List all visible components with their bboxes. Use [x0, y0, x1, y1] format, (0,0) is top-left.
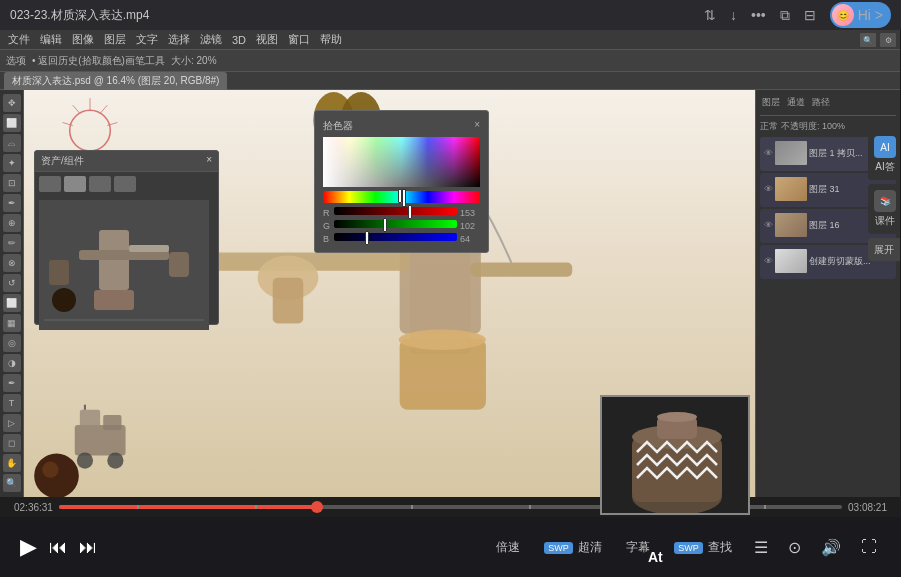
tool-pen[interactable]: ✒: [3, 374, 21, 392]
menu-edit[interactable]: 编辑: [40, 32, 62, 47]
progress-bar-area: 02:36:31 03:08:21: [0, 497, 901, 517]
layer-name-2: 图层 31: [809, 183, 840, 196]
tool-brush[interactable]: ✏: [3, 234, 21, 252]
color-gradient[interactable]: [323, 137, 480, 187]
tool-gradient[interactable]: ▦: [3, 314, 21, 332]
hd-btn[interactable]: SWP 超清: [538, 535, 608, 560]
share-icon[interactable]: ⇅: [704, 7, 716, 23]
hd-label: 超清: [578, 540, 602, 554]
tool-eraser[interactable]: ⬜: [3, 294, 21, 312]
controls-bar: ▶ ⏮ ⏭ 倍速 SWP 超清 字幕 SWP 查找 At ☰ ⊙ 🔊 ⛶: [0, 517, 901, 577]
prev-btn[interactable]: ⏮: [49, 537, 67, 558]
svg-rect-33: [94, 290, 134, 310]
red-slider[interactable]: [334, 207, 457, 215]
search-btn[interactable]: 🔍: [860, 33, 876, 47]
volume-icon-btn[interactable]: 🔊: [817, 534, 845, 561]
channels-tab[interactable]: 通道: [785, 94, 807, 111]
svg-rect-37: [169, 252, 189, 277]
tool-marquee[interactable]: ⬜: [3, 114, 21, 132]
tool-heal[interactable]: ⊕: [3, 214, 21, 232]
tool-zoom[interactable]: 🔍: [3, 474, 21, 492]
ai-btn[interactable]: AI AI答: [868, 130, 900, 180]
layer-name-4: 创建剪切蒙版...: [809, 255, 871, 268]
tool-shape[interactable]: ◻: [3, 434, 21, 452]
svg-point-46: [657, 412, 697, 422]
svg-rect-39: [49, 260, 69, 285]
chapter-marker-4: [529, 505, 531, 509]
tool-lasso[interactable]: ⌓: [3, 134, 21, 152]
danmaku-icon-btn[interactable]: ⊙: [784, 534, 805, 561]
fullscreen-icon-btn[interactable]: ⛶: [857, 534, 881, 560]
chapter-marker-6: [764, 505, 766, 509]
find-label: 查找: [708, 540, 732, 554]
toolbar-option-1[interactable]: 选项: [6, 54, 26, 68]
menu-select[interactable]: 选择: [168, 32, 190, 47]
ai-icon: AI: [874, 136, 896, 158]
seekbar-thumb[interactable]: [311, 501, 323, 513]
menu-type[interactable]: 文字: [136, 32, 158, 47]
tool-move[interactable]: ✥: [3, 94, 21, 112]
color-picker-title: 拾色器: [323, 119, 353, 133]
menu-file[interactable]: 文件: [8, 32, 30, 47]
next-btn[interactable]: ⏭: [79, 537, 97, 558]
object-panel-close[interactable]: ×: [206, 154, 212, 168]
toolbar-option-brush[interactable]: • 返回历史(拾取颜色)画笔工具: [32, 54, 165, 68]
tool-hand[interactable]: ✋: [3, 454, 21, 472]
color-spectrum[interactable]: [323, 191, 480, 203]
download-icon[interactable]: ↓: [730, 7, 737, 23]
toolbar-option-size[interactable]: 大小: 20%: [171, 54, 217, 68]
user-avatar-btn[interactable]: 😊 Hi >: [830, 2, 891, 28]
chapter-marker-3: [411, 505, 413, 509]
layer-thumb-1: [775, 141, 807, 165]
find-btn[interactable]: SWP 查找: [668, 535, 738, 560]
menu-window[interactable]: 窗口: [288, 32, 310, 47]
tool-type[interactable]: T: [3, 394, 21, 412]
tool-eyedropper[interactable]: ✒: [3, 194, 21, 212]
eye-icon-1: 👁: [764, 148, 773, 158]
tool-blur[interactable]: ◎: [3, 334, 21, 352]
tool-wand[interactable]: ✦: [3, 154, 21, 172]
material-label: 课件: [875, 214, 895, 228]
view-btn-4[interactable]: [114, 176, 136, 192]
ps-tab-bar: 材质深入表达.psd @ 16.4% (图层 20, RGB/8#): [0, 72, 900, 90]
ps-toolbar-top: 选项 • 返回历史(拾取颜色)画笔工具 大小: 20%: [0, 50, 900, 72]
material-btn[interactable]: 📚 课件: [868, 184, 900, 234]
layer-thumb-3: [775, 213, 807, 237]
tool-history[interactable]: ↺: [3, 274, 21, 292]
view-btn-3[interactable]: [89, 176, 111, 192]
menu-help[interactable]: 帮助: [320, 32, 342, 47]
menu-filter[interactable]: 滤镜: [200, 32, 222, 47]
layers-tab[interactable]: 图层: [760, 94, 782, 111]
object-panel: 资产/组件 ×: [34, 150, 219, 325]
menu-layer[interactable]: 图层: [104, 32, 126, 47]
green-slider[interactable]: [334, 220, 457, 228]
pip-icon[interactable]: ⧉: [780, 7, 790, 24]
expand-btn[interactable]: 展开: [868, 238, 900, 261]
menu-image[interactable]: 图像: [72, 32, 94, 47]
blue-slider[interactable]: [334, 233, 457, 241]
menu-view[interactable]: 视图: [256, 32, 278, 47]
color-picker: 拾色器 × R: [314, 110, 489, 253]
workspace-btn[interactable]: ⚙: [880, 33, 896, 47]
list-icon-btn[interactable]: ☰: [750, 534, 772, 561]
speed-btn[interactable]: 倍速: [490, 535, 526, 560]
ps-tab-main[interactable]: 材质深入表达.psd @ 16.4% (图层 20, RGB/8#): [4, 72, 227, 90]
tool-crop[interactable]: ⊡: [3, 174, 21, 192]
view-btn-1[interactable]: [39, 176, 61, 192]
tool-dodge[interactable]: ◑: [3, 354, 21, 372]
tool-stamp[interactable]: ⊗: [3, 254, 21, 272]
tool-path-select[interactable]: ▷: [3, 414, 21, 432]
ps-menubar: 文件 编辑 图像 图层 文字 选择 滤镜 3D 视图 窗口 帮助 🔍 ⚙: [0, 30, 900, 50]
time-current: 02:36:31: [8, 502, 59, 513]
more-icon[interactable]: •••: [751, 7, 766, 23]
view-btn-2[interactable]: [64, 176, 86, 192]
color-picker-close[interactable]: ×: [474, 119, 480, 133]
minimize-icon[interactable]: ⊟: [804, 7, 816, 23]
menu-3d[interactable]: 3D: [232, 34, 246, 46]
play-btn[interactable]: ▶: [20, 534, 37, 560]
svg-point-38: [52, 288, 76, 312]
ps-interface: 文件 编辑 图像 图层 文字 选择 滤镜 3D 视图 窗口 帮助 🔍 ⚙ 选项 …: [0, 30, 900, 520]
opacity-label: 不透明度: 100%: [781, 120, 845, 133]
paths-tab[interactable]: 路径: [810, 94, 832, 111]
layer-name-3: 图层 16: [809, 219, 840, 232]
